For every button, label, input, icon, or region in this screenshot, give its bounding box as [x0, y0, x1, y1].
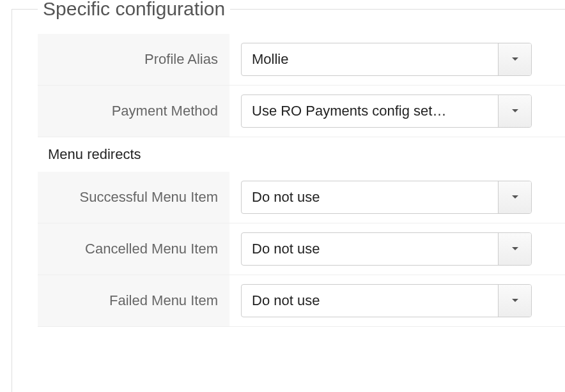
successful-menu-item-select[interactable]: Do not use: [241, 181, 532, 214]
profile-alias-label: Profile Alias: [38, 34, 229, 85]
failed-menu-item-row: Failed Menu Item Do not use: [38, 275, 565, 327]
menu-redirects-heading: Menu redirects: [38, 137, 565, 172]
specific-configuration-fieldset: Specific configuration Profile Alias Mol…: [12, 9, 565, 392]
payment-method-select[interactable]: Use RO Payments config set…: [241, 94, 532, 128]
cancelled-menu-item-value: Do not use: [242, 233, 498, 265]
caret-down-icon[interactable]: [498, 285, 531, 317]
payment-method-label: Payment Method: [38, 86, 229, 137]
profile-alias-row: Profile Alias Mollie: [38, 34, 565, 86]
payment-method-value: Use RO Payments config set…: [242, 95, 498, 127]
cancelled-menu-item-row: Cancelled Menu Item Do not use: [38, 223, 565, 275]
payment-method-row: Payment Method Use RO Payments config se…: [38, 86, 565, 137]
profile-alias-select[interactable]: Mollie: [241, 43, 532, 76]
fieldset-legend: Specific configuration: [38, 0, 230, 20]
failed-menu-item-label: Failed Menu Item: [38, 275, 229, 326]
caret-down-icon[interactable]: [498, 233, 531, 265]
successful-menu-item-value: Do not use: [242, 181, 498, 213]
failed-menu-item-value: Do not use: [242, 285, 498, 317]
failed-menu-item-select[interactable]: Do not use: [241, 284, 532, 317]
caret-down-icon[interactable]: [498, 95, 531, 127]
cancelled-menu-item-label: Cancelled Menu Item: [38, 223, 229, 275]
successful-menu-item-row: Successful Menu Item Do not use: [38, 172, 565, 223]
cancelled-menu-item-select[interactable]: Do not use: [241, 232, 532, 266]
caret-down-icon[interactable]: [498, 181, 531, 213]
profile-alias-value: Mollie: [242, 43, 498, 75]
successful-menu-item-label: Successful Menu Item: [38, 172, 229, 223]
caret-down-icon[interactable]: [498, 43, 531, 75]
